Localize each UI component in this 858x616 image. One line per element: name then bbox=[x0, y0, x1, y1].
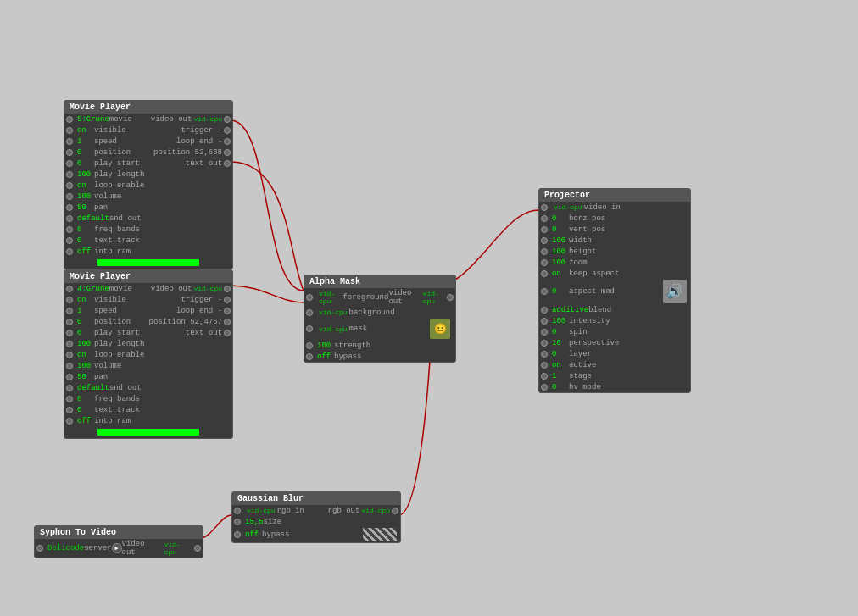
mp1-row-movie[interactable]: 5:Grune movie video out vid-cpu bbox=[64, 114, 232, 125]
mp2-visible-left-port[interactable] bbox=[66, 297, 73, 303]
mp1-intoram-left-port[interactable] bbox=[66, 248, 73, 255]
proj-vertpos-left-port[interactable] bbox=[541, 226, 548, 233]
mp2-movie-left-port[interactable] bbox=[66, 286, 73, 292]
am-row-foreground[interactable]: vid-cpu foreground video out vid-cpu bbox=[304, 288, 455, 307]
mp1-textout-right-port[interactable] bbox=[224, 160, 231, 167]
mp2-intoram-left-port[interactable] bbox=[66, 418, 73, 425]
proj-row-blend[interactable]: additive blend bbox=[539, 304, 690, 315]
mp1-row-freqbands[interactable]: 0 freq bands bbox=[64, 224, 232, 235]
mp2-row-pan[interactable]: 50 pan bbox=[64, 371, 232, 382]
proj-stage-left-port[interactable] bbox=[541, 373, 548, 380]
syphon-videoout-right-port[interactable] bbox=[194, 545, 201, 552]
gb-size-left-port[interactable] bbox=[234, 519, 241, 525]
proj-height-left-port[interactable] bbox=[541, 248, 548, 255]
proj-active-left-port[interactable] bbox=[541, 362, 548, 369]
mp1-texttrack-left-port[interactable] bbox=[66, 237, 73, 244]
mp2-loopenable-left-port[interactable] bbox=[66, 352, 73, 358]
mp2-row-position[interactable]: 0 position position 52,4767 bbox=[64, 316, 232, 327]
mp1-row-position[interactable]: 0 position position 52,638 bbox=[64, 147, 232, 158]
proj-row-aspectmod[interactable]: 0 aspect mod 🔊 bbox=[539, 279, 690, 304]
mp1-playstart-left-port[interactable] bbox=[66, 160, 73, 167]
proj-row-keepaspect[interactable]: on keep aspect bbox=[539, 268, 690, 279]
mp2-row-movie[interactable]: 4:Grune movie video out vid-cpu bbox=[64, 283, 232, 294]
mp1-position-left-port[interactable] bbox=[66, 149, 73, 156]
gb-row-rgbin[interactable]: vid-cpu rgb in rgb out vid-cpu bbox=[232, 505, 400, 516]
proj-row-zoom[interactable]: 100 zoom bbox=[539, 257, 690, 268]
mp2-position-left-port[interactable] bbox=[66, 319, 73, 325]
mp2-volume-left-port[interactable] bbox=[66, 363, 73, 369]
mp1-trigger-right-port[interactable] bbox=[224, 127, 231, 134]
proj-row-videoin[interactable]: vid-cpu video in bbox=[539, 202, 690, 213]
proj-row-hvmode[interactable]: 0 hv mode bbox=[539, 381, 690, 392]
mp2-sndout-left-port[interactable] bbox=[66, 385, 73, 391]
mp1-volume-left-port[interactable] bbox=[66, 193, 73, 200]
mp2-textout-right-port[interactable] bbox=[224, 330, 231, 336]
mp1-row-speed[interactable]: 1 speed loop end - bbox=[64, 136, 232, 147]
mp1-pan-left-port[interactable] bbox=[66, 204, 73, 211]
mp1-freqbands-left-port[interactable] bbox=[66, 226, 73, 233]
mp1-row-loopenable[interactable]: on loop enable bbox=[64, 180, 232, 191]
mp1-row-visible[interactable]: on visible trigger - bbox=[64, 125, 232, 136]
mp2-position-right-port[interactable] bbox=[224, 319, 231, 325]
mp2-loopend-right-port[interactable] bbox=[224, 308, 231, 314]
mp1-row-pan[interactable]: 50 pan bbox=[64, 202, 232, 213]
mp2-row-playlength[interactable]: 100 play length bbox=[64, 338, 232, 349]
gb-rgbout-right-port[interactable] bbox=[392, 508, 398, 514]
am-row-background[interactable]: vid-cpu background bbox=[304, 307, 455, 318]
syphon-server-left-port[interactable] bbox=[36, 545, 43, 552]
mp2-playlength-left-port[interactable] bbox=[66, 341, 73, 347]
proj-row-stage[interactable]: 1 stage bbox=[539, 370, 690, 381]
proj-layer-left-port[interactable] bbox=[541, 351, 548, 358]
mp2-row-freqbands[interactable]: 0 freq bands bbox=[64, 393, 232, 404]
proj-blend-left-port[interactable] bbox=[541, 307, 548, 314]
mp2-texttrack-left-port[interactable] bbox=[66, 407, 73, 413]
mp2-row-sndout[interactable]: default snd out bbox=[64, 382, 232, 393]
mp1-videoout-right-port[interactable] bbox=[224, 116, 231, 123]
proj-row-intensity[interactable]: 100 intensity bbox=[539, 315, 690, 326]
am-bypass-left-port[interactable] bbox=[306, 353, 313, 360]
mp2-row-loopenable[interactable]: on loop enable bbox=[64, 349, 232, 360]
mp2-playstart-left-port[interactable] bbox=[66, 330, 73, 336]
mp2-speed-left-port[interactable] bbox=[66, 308, 73, 314]
am-fg-left-port[interactable] bbox=[306, 294, 313, 301]
mp1-speed-left-port[interactable] bbox=[66, 138, 73, 145]
mp1-row-volume[interactable]: 100 volume bbox=[64, 191, 232, 202]
proj-hvmode-left-port[interactable] bbox=[541, 384, 548, 391]
proj-row-spin[interactable]: 0 spin bbox=[539, 326, 690, 337]
mp2-pan-left-port[interactable] bbox=[66, 374, 73, 380]
mp1-loopenable-left-port[interactable] bbox=[66, 182, 73, 189]
mp1-row-texttrack[interactable]: 0 text track bbox=[64, 235, 232, 246]
mp2-row-volume[interactable]: 100 volume bbox=[64, 360, 232, 371]
mp1-row-playstart[interactable]: 0 play start text out bbox=[64, 158, 232, 169]
am-strength-left-port[interactable] bbox=[306, 342, 313, 349]
am-videoout-right-port[interactable] bbox=[447, 294, 454, 301]
mp2-trigger-right-port[interactable] bbox=[224, 297, 231, 303]
mp2-videoout-right-port[interactable] bbox=[224, 286, 231, 292]
proj-zoom-left-port[interactable] bbox=[541, 259, 548, 266]
proj-keepaspect-left-port[interactable] bbox=[541, 270, 548, 277]
proj-row-horzpos[interactable]: 0 horz pos bbox=[539, 213, 690, 224]
mp1-row-playlength[interactable]: 100 play length bbox=[64, 169, 232, 180]
am-mask-left-port[interactable] bbox=[306, 325, 313, 332]
proj-width-left-port[interactable] bbox=[541, 237, 548, 244]
syphon-row-server[interactable]: Delicode server ▶ video out vid-cpu bbox=[35, 539, 203, 558]
proj-spin-left-port[interactable] bbox=[541, 329, 548, 336]
mp2-row-playstart[interactable]: 0 play start text out bbox=[64, 327, 232, 338]
gb-bypass-left-port[interactable] bbox=[234, 531, 241, 538]
proj-videoin-left-port[interactable] bbox=[541, 204, 548, 211]
proj-row-height[interactable]: 100 height bbox=[539, 246, 690, 257]
mp1-visible-left-port[interactable] bbox=[66, 127, 73, 134]
mp1-movie-left-port[interactable] bbox=[66, 116, 73, 123]
gb-row-size[interactable]: 15,5 size bbox=[232, 516, 400, 527]
am-row-bypass[interactable]: off bypass bbox=[304, 351, 455, 362]
mp2-row-texttrack[interactable]: 0 text track bbox=[64, 404, 232, 415]
proj-row-layer[interactable]: 0 layer bbox=[539, 348, 690, 359]
mp2-row-intoram[interactable]: off into ram bbox=[64, 415, 232, 426]
mp2-row-visible[interactable]: on visible trigger - bbox=[64, 294, 232, 305]
gb-row-bypass[interactable]: off bypass bbox=[232, 527, 400, 542]
proj-horzpos-left-port[interactable] bbox=[541, 215, 548, 222]
proj-row-width[interactable]: 100 width bbox=[539, 235, 690, 246]
am-row-strength[interactable]: 100 strength bbox=[304, 340, 455, 351]
proj-perspective-left-port[interactable] bbox=[541, 340, 548, 347]
mp1-position-right-port[interactable] bbox=[224, 149, 231, 156]
